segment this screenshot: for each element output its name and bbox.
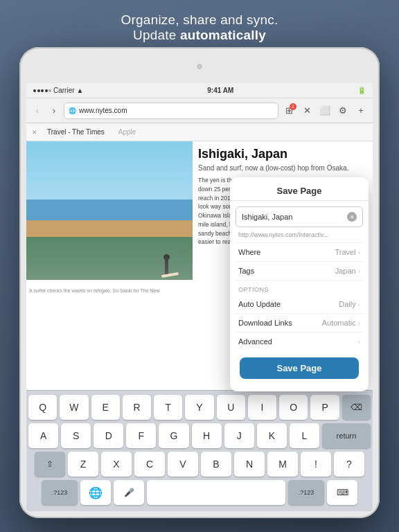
auto-update-selected: Daily (339, 300, 355, 308)
where-selected: Travel (335, 248, 356, 256)
hero-line2-plain: Update (133, 28, 180, 42)
carrier-label: Carrier (53, 87, 75, 94)
lock-icon: 🌐 (69, 107, 76, 114)
auto-update-chevron: › (358, 301, 360, 308)
url-bar[interactable]: 🌐 www.nytes.com (64, 103, 278, 119)
tab-bar: ✕ Travel - The Times Apple (26, 123, 373, 141)
advanced-value: › (358, 338, 360, 346)
download-links-label: Download Links (238, 319, 292, 327)
hero-line2-bold: automatically (180, 28, 266, 42)
browser-toolbar: ‹ › 🌐 www.nytes.com ⊞ 2 ✕ ⬜ ⚙ + (26, 98, 373, 123)
ipad-screen: Carrier ▲ 9:41 AM 🔋 ‹ › 🌐 www.nytes.com … (26, 83, 373, 511)
tags-row[interactable]: Tags Japan › (236, 262, 363, 281)
auto-update-value: Daily › (339, 300, 360, 308)
where-label: Where (238, 248, 260, 256)
save-modal: Save Page Ishigaki, Japan ✕ http://www.n… (230, 177, 369, 391)
wifi-icon: ▲ (77, 87, 84, 94)
auto-update-label: Auto Update (238, 300, 281, 308)
modal-title: Save Page (230, 177, 369, 201)
auto-update-row[interactable]: Auto Update Daily › (236, 295, 363, 314)
share-icon[interactable]: ✕ (299, 103, 314, 118)
clear-input-button[interactable]: ✕ (347, 212, 357, 222)
save-page-button[interactable]: Save Page (240, 357, 359, 379)
download-links-chevron: › (358, 319, 360, 327)
add-tab-button[interactable]: + (353, 103, 369, 118)
advanced-chevron: › (358, 338, 360, 346)
modal-url: http://www.nytes.com/interactiv... (236, 230, 363, 243)
hero-text: Organize, share and sync. Update automat… (0, 12, 399, 43)
page-content: Ishigaki, Japan Sand and surf, now a (lo… (26, 141, 373, 511)
where-value: Travel › (335, 248, 361, 256)
forward-button[interactable]: › (47, 104, 61, 118)
active-tab[interactable]: Travel - The Times (47, 128, 105, 136)
modal-overlay: Save Page Ishigaki, Japan ✕ http://www.n… (26, 141, 373, 511)
status-left: Carrier ▲ (33, 87, 83, 94)
status-time: 9:41 AM (207, 87, 233, 94)
bookmarks-icon[interactable]: ⊞ 2 (281, 103, 296, 118)
download-links-row[interactable]: Download Links Automatic › (236, 314, 363, 332)
url-text: www.nytes.com (79, 107, 127, 114)
page-name-input[interactable]: Ishigaki, Japan ✕ (236, 206, 363, 227)
ipad-frame: Carrier ▲ 9:41 AM 🔋 ‹ › 🌐 www.nytes.com … (19, 47, 380, 518)
toolbar-icons: ⊞ 2 ✕ ⬜ ⚙ + (281, 103, 369, 118)
hero-line2: Update automatically (0, 28, 399, 43)
advanced-label: Advanced (238, 337, 272, 346)
tab-close[interactable]: ✕ (32, 129, 37, 136)
tags-value: Japan › (335, 267, 360, 275)
status-right: 🔋 (357, 87, 366, 94)
status-bar: Carrier ▲ 9:41 AM 🔋 (26, 83, 373, 98)
modal-body: Ishigaki, Japan ✕ http://www.nytes.com/i… (230, 201, 369, 391)
settings-icon[interactable]: ⚙ (335, 103, 351, 118)
back-button[interactable]: ‹ (30, 104, 44, 118)
download-links-selected: Automatic (322, 319, 356, 327)
page-name-value: Ishigaki, Japan (242, 213, 292, 221)
inactive-tab[interactable]: Apple (118, 128, 136, 136)
camera (197, 64, 202, 69)
tabs-icon[interactable]: ⬜ (317, 103, 332, 118)
where-row[interactable]: Where Travel › (236, 243, 363, 262)
battery-icon: 🔋 (357, 87, 366, 94)
signal-dots (33, 89, 51, 92)
tags-selected: Japan (335, 267, 356, 275)
options-header: OPTIONS (236, 281, 363, 295)
where-chevron: › (358, 249, 360, 256)
download-links-value: Automatic › (322, 319, 360, 327)
advanced-row[interactable]: Advanced › (236, 332, 363, 351)
tags-chevron: › (358, 267, 360, 275)
hero-line1: Organize, share and sync. (0, 12, 399, 28)
tags-label: Tags (238, 267, 254, 275)
